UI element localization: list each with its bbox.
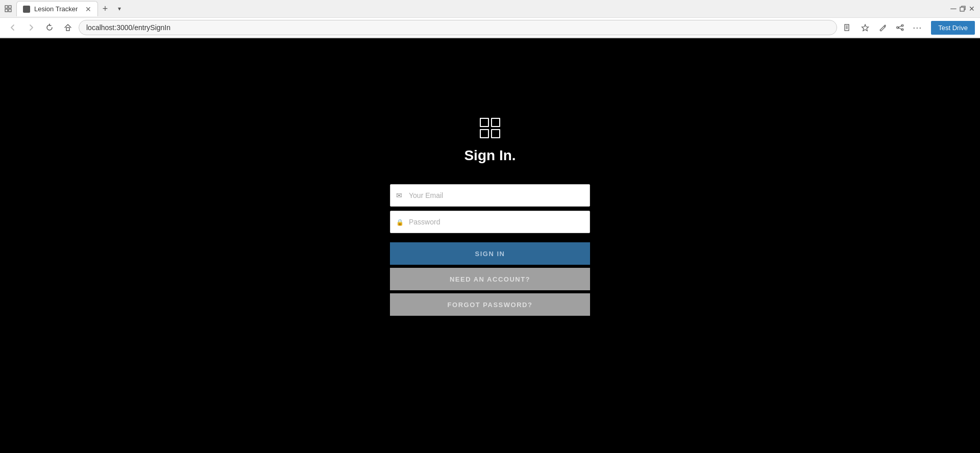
svg-rect-4 xyxy=(960,7,964,11)
email-input[interactable] xyxy=(390,184,590,207)
svg-rect-1 xyxy=(9,6,11,8)
pen-button[interactable] xyxy=(875,20,890,35)
nav-bar: localhost:3000/entrySignIn xyxy=(0,17,980,38)
logo-cell-2 xyxy=(491,118,500,127)
address-text: localhost:3000/entrySignIn xyxy=(86,23,170,32)
svg-rect-3 xyxy=(9,9,11,12)
back-button[interactable] xyxy=(5,20,20,35)
logo-cell-3 xyxy=(480,129,489,138)
window-icons xyxy=(4,5,12,13)
svg-rect-0 xyxy=(5,6,8,8)
password-input[interactable] xyxy=(390,211,590,233)
password-input-group xyxy=(390,211,590,233)
favorites-button[interactable] xyxy=(857,20,873,35)
tab-list-icon[interactable] xyxy=(4,5,12,13)
share-button[interactable] xyxy=(892,20,908,35)
browser-chrome: Lesion Tracker ✕ + ▾ ─ ✕ xyxy=(0,0,980,38)
test-drive-button[interactable]: Test Drive xyxy=(931,21,975,35)
sign-in-button[interactable]: SIGN IN xyxy=(390,242,590,265)
page-title: Sign In. xyxy=(464,147,516,164)
logo-cell-4 xyxy=(491,129,500,138)
address-bar[interactable]: localhost:3000/entrySignIn xyxy=(79,20,837,35)
app-logo xyxy=(480,118,500,138)
email-input-group xyxy=(390,184,590,207)
tab-favicon xyxy=(23,6,30,13)
tab-close-button[interactable]: ✕ xyxy=(85,5,91,13)
title-bar-left xyxy=(4,5,16,13)
sign-in-form: SIGN IN NEED AN ACCOUNT? FORGOT PASSWORD… xyxy=(390,184,590,316)
new-tab-button[interactable]: + xyxy=(98,2,112,16)
svg-rect-2 xyxy=(5,9,8,12)
close-button[interactable]: ✕ xyxy=(968,5,976,13)
need-account-button[interactable]: NEED AN ACCOUNT? xyxy=(390,268,590,290)
tab-dropdown-button[interactable]: ▾ xyxy=(112,2,127,16)
refresh-button[interactable] xyxy=(42,20,57,35)
more-options-button[interactable]: ··· xyxy=(910,20,925,35)
active-tab[interactable]: Lesion Tracker ✕ xyxy=(16,1,98,16)
nav-icons-right: ··· xyxy=(840,20,925,35)
tab-title: Lesion Tracker xyxy=(34,5,78,13)
logo-cell-1 xyxy=(480,118,489,127)
forward-button[interactable] xyxy=(23,20,39,35)
home-button[interactable] xyxy=(60,20,76,35)
reading-list-button[interactable] xyxy=(840,20,855,35)
svg-rect-5 xyxy=(66,28,69,31)
title-bar: Lesion Tracker ✕ + ▾ ─ ✕ xyxy=(0,0,980,17)
page-content: Sign In. SIGN IN NEED AN ACCOUNT? FORGOT… xyxy=(0,38,980,436)
minimize-button[interactable]: ─ xyxy=(949,5,958,13)
forgot-password-button[interactable]: FORGOT PASSWORD? xyxy=(390,293,590,316)
restore-button[interactable] xyxy=(959,5,967,13)
